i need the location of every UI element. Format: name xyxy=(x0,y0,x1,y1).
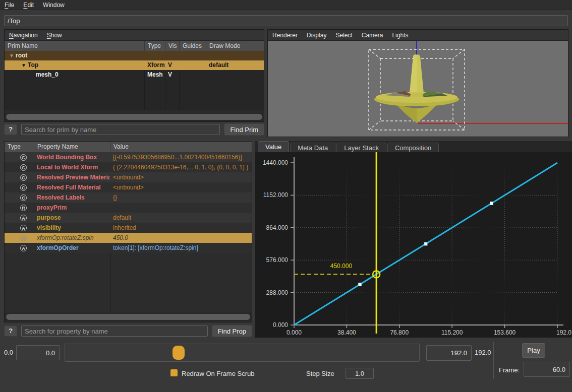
property-row[interactable]: A purpose default xyxy=(5,213,252,223)
prim-name: mesh_0 xyxy=(36,71,59,78)
step-size-label: Step Size xyxy=(306,370,334,377)
prim-search-row: ? Find Prim xyxy=(4,123,264,136)
property-name: Resolved Labels xyxy=(34,192,109,203)
svg-text:38.400: 38.400 xyxy=(337,329,356,336)
svg-text:288.000: 288.000 xyxy=(266,289,289,296)
menu-camera[interactable]: Camera xyxy=(357,30,388,40)
menu-window[interactable]: Window xyxy=(38,0,69,10)
col-vis: Vis xyxy=(165,41,179,51)
col-prop-name: Property Name xyxy=(34,142,110,152)
menu-file[interactable]: File xyxy=(0,0,19,10)
scrollbar-thumb[interactable] xyxy=(6,314,250,320)
expander-icon[interactable]: ▼ xyxy=(20,60,28,70)
property-search-row: ? Find Prop xyxy=(4,325,252,337)
type-icon-attribute: A xyxy=(20,225,27,231)
type-icon-computed: C xyxy=(20,154,27,161)
play-button[interactable]: Play xyxy=(522,343,545,358)
property-row[interactable]: C Resolved Labels {} xyxy=(5,192,252,203)
svg-text:450.000: 450.000 xyxy=(330,263,353,270)
frame-slider[interactable] xyxy=(65,344,420,362)
menu-navigation[interactable]: Navigation xyxy=(5,30,42,40)
main-menubar: File Edit Window xyxy=(0,0,572,10)
prim-search-help-button[interactable]: ? xyxy=(4,124,17,135)
property-name: Resolved Preview Material xyxy=(34,172,109,182)
frame-slider-handle[interactable] xyxy=(173,346,185,360)
frame-input[interactable] xyxy=(524,362,570,377)
property-row-selected[interactable]: A xformOp:rotateZ:spin 450.0 xyxy=(5,233,252,243)
property-value: default xyxy=(110,213,252,223)
property-name: purpose xyxy=(34,213,109,223)
property-value: <unbound> xyxy=(110,172,252,182)
prim-name: root xyxy=(16,52,27,59)
redraw-label: Redraw On Frame Scrub xyxy=(182,370,255,377)
expander-icon[interactable]: ▼ xyxy=(8,51,16,60)
find-prim-button[interactable]: Find Prim xyxy=(224,123,264,136)
property-value: ( (2.220446049250313e-16,... 0, 1, 0), (… xyxy=(110,162,252,172)
menu-select[interactable]: Select xyxy=(331,30,357,40)
prim-panel-menubar: Navigation Show xyxy=(5,30,264,41)
tab-value[interactable]: Value xyxy=(258,141,289,152)
menu-edit[interactable]: Edit xyxy=(19,0,38,10)
scrollbar-thumb[interactable] xyxy=(6,114,262,120)
find-prop-button[interactable]: Find Prop xyxy=(212,325,252,337)
tree-row-mesh0[interactable]: mesh_0 Mesh V xyxy=(5,70,264,80)
prop-search-help-button[interactable]: ? xyxy=(4,325,17,337)
property-row[interactable]: C Resolved Full Material <unbound> xyxy=(5,182,252,192)
property-row[interactable]: A xformOpOrder token[1]: [xformOp:rotate… xyxy=(5,243,252,253)
property-row[interactable]: R proxyPrim xyxy=(5,203,252,213)
redraw-checkbox[interactable] xyxy=(170,369,178,376)
type-icon-relationship: R xyxy=(20,205,27,211)
menu-display[interactable]: Display xyxy=(302,30,331,40)
prim-draw-mode[interactable] xyxy=(206,51,264,60)
svg-text:153.600: 153.600 xyxy=(494,329,516,336)
prop-search-input[interactable] xyxy=(21,325,208,337)
tab-layer-stack[interactable]: Layer Stack xyxy=(336,143,386,152)
value-plot[interactable]: 0.000288.000576.000864.0001152.0001440.0… xyxy=(255,152,572,338)
property-value: {} xyxy=(110,192,252,203)
tab-composition[interactable]: Composition xyxy=(387,143,439,152)
svg-text:0.000: 0.000 xyxy=(287,329,302,336)
prim-type: Mesh xyxy=(144,70,165,80)
prim-vis[interactable]: V xyxy=(165,70,179,80)
prim-search-input[interactable] xyxy=(21,124,220,135)
svg-text:76.800: 76.800 xyxy=(390,329,409,336)
property-name: xformOp:rotateZ:spin xyxy=(34,233,109,243)
range-start-input[interactable] xyxy=(16,345,60,360)
prim-type: Xform xyxy=(144,60,165,70)
range-end-input[interactable] xyxy=(426,345,472,361)
spinning-top-model xyxy=(374,54,459,123)
viewport-canvas[interactable] xyxy=(268,41,568,137)
property-row[interactable]: C World Bounding Box [(-0.59753930568695… xyxy=(5,152,252,162)
property-row[interactable]: C Local to World Xform ( (2.220446049250… xyxy=(5,162,252,172)
col-prop-type: Type xyxy=(5,142,34,152)
property-name: proxyPrim xyxy=(34,203,109,213)
property-name: xformOpOrder xyxy=(34,243,109,253)
tree-row-top[interactable]: ▼Top Xform V default xyxy=(5,60,264,70)
menu-show[interactable]: Show xyxy=(42,30,67,40)
prim-vis[interactable] xyxy=(165,51,179,60)
prim-vis[interactable]: V xyxy=(165,60,179,70)
property-name: World Bounding Box xyxy=(34,152,109,162)
tab-meta-data[interactable]: Meta Data xyxy=(290,143,335,152)
prim-tree-header: Prim Name Type Vis Guides Draw Mode xyxy=(5,41,264,51)
usdview-window: File Edit Window Navigation Show Prim Na… xyxy=(0,0,572,392)
prim-tree-panel: Navigation Show Prim Name Type Vis Guide… xyxy=(4,29,264,122)
menu-renderer[interactable]: Renderer xyxy=(268,30,302,40)
timeline-bar: 0.0 192.0 Play Frame: Redraw On Frame Sc… xyxy=(0,338,572,392)
viewport-panel: Renderer Display Select Camera Lights xyxy=(267,29,568,137)
prim-tree-hscrollbar[interactable] xyxy=(5,113,263,121)
step-size-input[interactable] xyxy=(346,368,374,379)
type-icon-computed: C xyxy=(20,194,27,201)
type-icon-attribute: A xyxy=(20,245,27,251)
property-row[interactable]: A visibility inherited xyxy=(5,223,252,233)
prim-tree-body: ▼root ▼Top Xform V default mesh_0 Mesh V xyxy=(5,51,264,110)
prim-draw-mode[interactable]: default xyxy=(206,60,264,70)
prim-path-input[interactable] xyxy=(4,15,568,26)
property-hscrollbar[interactable] xyxy=(5,313,251,321)
inspector-tabbar: Value Meta Data Layer Stack Composition xyxy=(255,141,572,152)
tree-row-root[interactable]: ▼root xyxy=(5,51,264,60)
property-row[interactable]: C Resolved Preview Material <unbound> xyxy=(5,172,252,182)
menu-lights[interactable]: Lights xyxy=(387,30,413,40)
prim-type xyxy=(144,51,165,60)
property-value: 450.0 xyxy=(110,233,252,243)
